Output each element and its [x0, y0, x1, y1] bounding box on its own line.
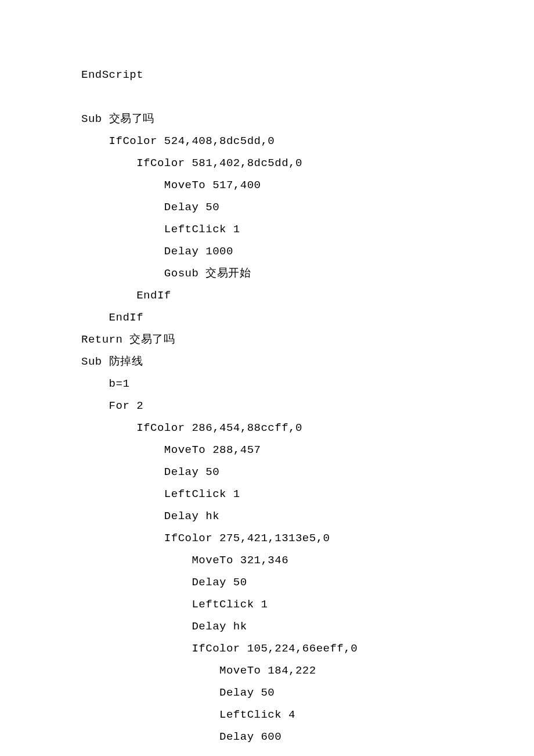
code-line: Delay 50: [81, 682, 534, 704]
code-line: Delay hk: [81, 615, 534, 638]
document-page: EndScript Sub 交易了吗 IfColor 524,408,8dc5d…: [0, 0, 534, 756]
code-line: Sub 防掉线: [81, 351, 534, 373]
code-line: Sub 交易了吗: [81, 108, 534, 130]
code-block: EndScript Sub 交易了吗 IfColor 524,408,8dc5d…: [81, 64, 534, 748]
code-line: LeftClick 4: [81, 704, 534, 726]
code-line: Delay hk: [81, 505, 534, 527]
code-line: LeftClick 1: [81, 218, 534, 240]
code-line: MoveTo 517,400: [81, 174, 534, 196]
code-line: b=1: [81, 373, 534, 395]
code-line: Delay 50: [81, 196, 534, 218]
code-line: Delay 600: [81, 726, 534, 748]
code-line: LeftClick 1: [81, 593, 534, 615]
code-line: IfColor 286,454,88ccff,0: [81, 417, 534, 439]
code-line: Delay 1000: [81, 240, 534, 262]
code-line: MoveTo 288,457: [81, 439, 534, 461]
code-line: IfColor 275,421,1313e5,0: [81, 527, 534, 549]
code-line: Delay 50: [81, 461, 534, 483]
code-line: MoveTo 321,346: [81, 549, 534, 571]
code-line: [81, 86, 534, 108]
code-line: EndScript: [81, 64, 534, 86]
code-line: IfColor 524,408,8dc5dd,0: [81, 130, 534, 152]
code-line: IfColor 105,224,66eeff,0: [81, 638, 534, 660]
code-line: LeftClick 1: [81, 483, 534, 505]
code-line: Return 交易了吗: [81, 329, 534, 351]
code-line: Delay 50: [81, 571, 534, 593]
code-line: MoveTo 184,222: [81, 660, 534, 682]
code-line: For 2: [81, 395, 534, 417]
code-line: EndIf: [81, 285, 534, 307]
code-line: EndIf: [81, 307, 534, 329]
code-line: IfColor 581,402,8dc5dd,0: [81, 152, 534, 174]
code-line: Gosub 交易开始: [81, 262, 534, 285]
